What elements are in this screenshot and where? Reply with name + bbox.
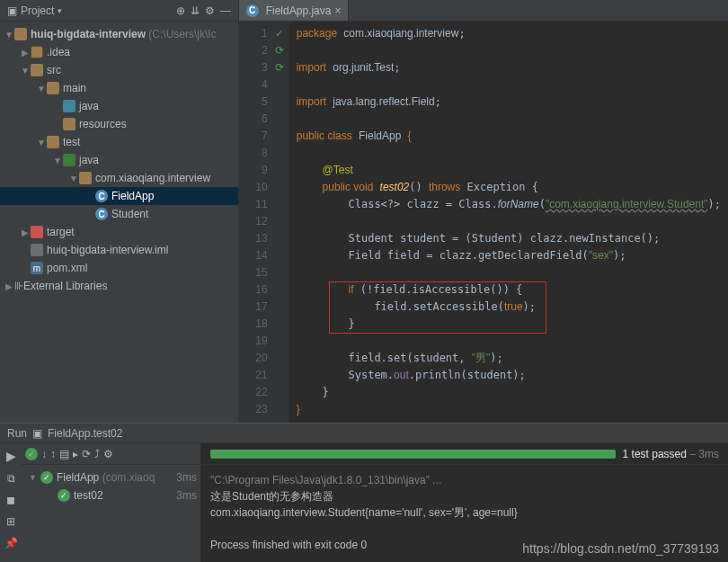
hide-icon[interactable]: — [220, 4, 231, 17]
chevron-down-icon[interactable]: ▼ [29, 473, 37, 482]
file-icon [31, 244, 43, 256]
test-folder-icon [63, 154, 75, 166]
history-icon[interactable]: ⟳ [82, 448, 91, 460]
test-tree: ✓ ↓ ↕ ▤ ▸ ⟳ ⤴ ⚙ ▼ ✓ FieldApp (com.xiaoq … [22, 443, 201, 562]
gear-icon[interactable]: ⚙ [103, 448, 113, 460]
class-icon: C [95, 190, 108, 202]
tree-label: pom.xml [47, 262, 87, 274]
run-config-icon[interactable]: ▣ [32, 427, 42, 440]
layout-icon[interactable]: ⊞ [6, 515, 15, 528]
gear-icon[interactable]: ⚙ [205, 4, 215, 17]
collapse-icon[interactable]: ⇊ [191, 4, 200, 17]
chevron-right-icon[interactable]: ▶ [4, 281, 14, 291]
excluded-folder-icon [31, 226, 43, 238]
close-tab-icon[interactable]: × [334, 4, 341, 17]
tree-label: src [47, 64, 61, 76]
maven-icon: m [31, 262, 43, 274]
editor-tab-fieldapp[interactable]: C FieldApp.java × [239, 0, 350, 21]
tree-label: resources [79, 118, 127, 130]
chevron-right-icon[interactable]: ▶ [20, 48, 31, 58]
tree-label: java [79, 154, 99, 166]
toggle-icon[interactable]: ⧉ [7, 472, 15, 485]
rerun-icon[interactable]: ▶ [6, 449, 16, 463]
project-panel: ▣ Project ▾ ⊕ ⇊ ⚙ — ▼ huiq-bigdata-inter… [0, 0, 239, 423]
test-duration: 3ms [176, 471, 200, 484]
sort-icon[interactable]: ↕ [50, 448, 56, 460]
module-icon [14, 28, 27, 40]
tree-main[interactable]: ▼ main [0, 79, 238, 97]
chevron-right-icon[interactable]: ▶ [20, 227, 31, 237]
test-class-hint: (com.xiaoq [102, 471, 155, 484]
editor-panel: C FieldApp.java × 1234567891011121314151… [239, 0, 728, 423]
tree-label: External Libraries [23, 280, 107, 292]
tree-label: main [63, 82, 86, 94]
expand-icon[interactable]: ▤ [59, 448, 69, 460]
tree-label: test [63, 136, 80, 148]
tree-java-test[interactable]: ▼ java [0, 151, 238, 169]
chevron-down-icon[interactable]: ▼ [36, 84, 47, 94]
tree-src[interactable]: ▼ src [0, 61, 238, 79]
editor-body[interactable]: 1234567891011121314151617181920212223 ✓⟳… [239, 22, 728, 423]
chevron-down-icon[interactable]: ▼ [20, 66, 31, 76]
line-gutter: 1234567891011121314151617181920212223 [239, 22, 275, 423]
console-cmd: "C:\Program Files\Java\jdk1.8.0_131\bin\… [210, 474, 441, 486]
folder-icon [31, 46, 43, 58]
export-icon[interactable]: ⤴ [94, 448, 100, 460]
folder-icon [31, 64, 43, 76]
tree-target[interactable]: ▶ target [0, 223, 238, 241]
ok-icon: ✓ [25, 448, 38, 460]
dropdown-icon[interactable]: ▾ [58, 6, 62, 15]
run-toolbar: ▶ ⧉ ◼ ⊞ 📌 [0, 443, 22, 562]
test-tree-root[interactable]: ▼ ✓ FieldApp (com.xiaoq 3ms [22, 468, 200, 486]
gutter-marks: ✓⟳⟳ [275, 22, 289, 423]
project-title-label: Project [21, 4, 54, 17]
tree-package[interactable]: ▼ com.xiaoqiang.interview [0, 169, 238, 187]
run-label: Run [7, 427, 27, 440]
target-icon[interactable]: ⊕ [176, 4, 185, 17]
progress-bar [210, 450, 616, 459]
run-panel: Run ▣ FieldApp.test02 ▶ ⧉ ◼ ⊞ 📌 ✓ ↓ ↕ ▤ … [0, 423, 728, 562]
chevron-down-icon[interactable]: ▼ [36, 138, 47, 147]
project-tree[interactable]: ▼ huiq-bigdata-interview (C:\Users\jk\Ic… [0, 22, 238, 423]
tree-label: target [47, 226, 75, 238]
tree-label: .idea [47, 46, 70, 58]
tree-fieldapp[interactable]: ▶ C FieldApp [0, 187, 238, 205]
test-progress-row: 1 test passed – 3ms [201, 443, 728, 465]
tree-student[interactable]: ▶ C Student [0, 205, 238, 223]
stop-icon[interactable]: ◼ [6, 494, 15, 506]
tree-label: huiq-bigdata-interview.iml [47, 244, 168, 256]
console-output[interactable]: "C:\Program Files\Java\jdk1.8.0_131\bin\… [201, 465, 728, 562]
resources-folder-icon [63, 118, 75, 130]
filter-icon[interactable]: ↓ [41, 448, 47, 460]
tree-label: FieldApp [111, 190, 154, 202]
run-header: Run ▣ FieldApp.test02 [0, 424, 728, 443]
tree-pom[interactable]: ▶ m pom.xml [0, 259, 238, 277]
test-tree-header: ✓ ↓ ↕ ▤ ▸ ⟳ ⤴ ⚙ [22, 443, 200, 465]
tree-test[interactable]: ▼ test [0, 133, 238, 151]
collapse-icon[interactable]: ▸ [73, 448, 78, 460]
tree-root-path: (C:\Users\jk\Ic [148, 28, 216, 40]
watermark: https://blog.csdn.net/m0_37739193 [522, 540, 719, 557]
tree-ext-libs[interactable]: ▶ ⊪ External Libraries [0, 277, 238, 295]
tree-root-label: huiq-bigdata-interview [31, 28, 146, 40]
class-icon: C [246, 4, 259, 17]
project-header: ▣ Project ▾ ⊕ ⇊ ⚙ — [0, 0, 238, 22]
tree-label: com.xiaoqiang.interview [95, 172, 210, 184]
tree-root[interactable]: ▼ huiq-bigdata-interview (C:\Users\jk\Ic [0, 25, 238, 43]
test-tree-item[interactable]: ✓ test02 3ms [22, 486, 200, 504]
chevron-down-icon[interactable]: ▼ [52, 156, 63, 165]
editor-tab-label: FieldApp.java [266, 4, 332, 17]
chevron-down-icon[interactable]: ▼ [4, 30, 14, 40]
tree-iml[interactable]: ▶ huiq-bigdata-interview.iml [0, 241, 238, 259]
folder-icon [47, 82, 59, 94]
run-config-name: FieldApp.test02 [48, 427, 122, 440]
tree-java-main[interactable]: ▶ java [0, 97, 238, 115]
project-panel-title[interactable]: ▣ Project ▾ [7, 4, 173, 17]
code-area[interactable]: package com.xiaoqiang.interview; import … [289, 22, 728, 423]
pin-icon[interactable]: 📌 [4, 537, 18, 549]
tree-resources[interactable]: ▶ resources [0, 115, 238, 133]
chevron-down-icon[interactable]: ▼ [68, 174, 79, 183]
class-icon: C [95, 208, 108, 220]
tree-idea[interactable]: ▶ .idea [0, 43, 238, 61]
library-icon: ⊪ [14, 280, 23, 292]
